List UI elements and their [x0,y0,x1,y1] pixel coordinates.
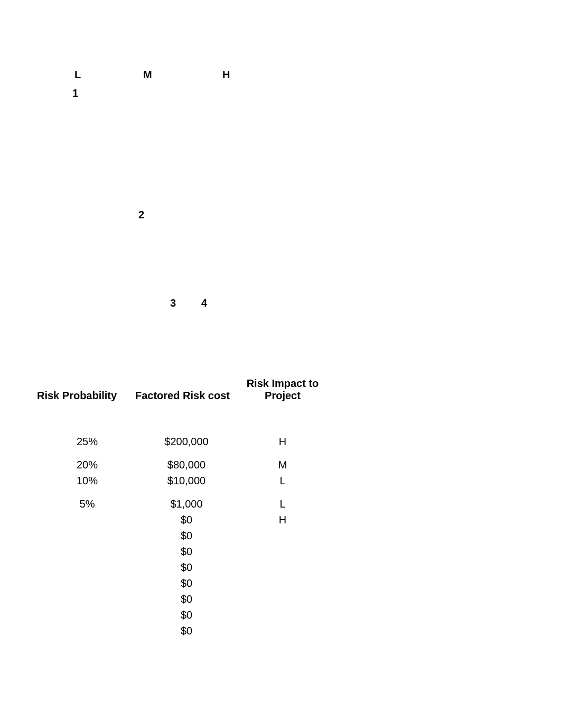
cell-cost: $0 [132,593,238,605]
header-probability: Risk Probability [37,390,132,402]
cell-probability: 25% [37,436,132,448]
cell-cost: $0 [132,577,238,589]
table-row: $0 [37,607,333,623]
table-row: 5%$1,000L [37,496,333,512]
matrix-point-4: 4 [201,297,207,309]
cell-probability: 5% [37,498,132,510]
cell-impact: M [238,459,328,471]
risk-table: Risk Probability Factored Risk cost Risk… [37,370,333,639]
table-row: 25%$200,000H [37,434,333,449]
cell-impact: L [238,475,328,487]
cell-cost: $80,000 [132,459,238,471]
matrix-col-l: L [74,69,81,81]
table-row: $0 [37,528,333,543]
header-impact-line1: Risk Impact to [247,377,319,389]
cell-cost: $0 [132,514,238,526]
table-row: $0 [37,559,333,575]
table-row: $0 [37,623,333,639]
table-row: $0 [37,543,333,559]
matrix-point-1: 1 [72,87,78,99]
cell-probability: 10% [37,475,132,487]
table-row: $0 [37,575,333,591]
header-cost: Factored Risk cost [132,390,238,402]
cell-cost: $0 [132,609,238,621]
table-row: $0H [37,512,333,528]
cell-impact: L [238,498,328,510]
table-header-row: Risk Probability Factored Risk cost Risk… [37,370,333,402]
cell-cost: $0 [132,530,238,542]
table-row: $0 [37,591,333,607]
cell-cost: $200,000 [132,436,238,448]
cell-impact: H [238,514,328,526]
cell-cost: $10,000 [132,475,238,487]
matrix-point-3: 3 [170,297,176,309]
cell-probability: 20% [37,459,132,471]
page: { "scatter": { "header": { "L": "L", "M"… [0,0,561,728]
matrix-point-2: 2 [138,209,144,221]
matrix-col-h: H [222,69,230,81]
header-impact: Risk Impact to Project [238,377,328,402]
risk-matrix: L M H 1 2 3 4 [0,0,317,328]
cell-cost: $0 [132,625,238,637]
header-impact-line2: Project [265,390,301,401]
cell-cost: $0 [132,561,238,574]
matrix-col-m: M [143,69,152,81]
table-row: 10%$10,000L [37,473,333,489]
cell-impact: H [238,436,328,448]
table-body: 25%$200,000H20%$80,000M10%$10,000L5%$1,0… [37,434,333,639]
cell-cost: $0 [132,546,238,558]
table-row: 20%$80,000M [37,457,333,473]
cell-cost: $1,000 [132,498,238,510]
